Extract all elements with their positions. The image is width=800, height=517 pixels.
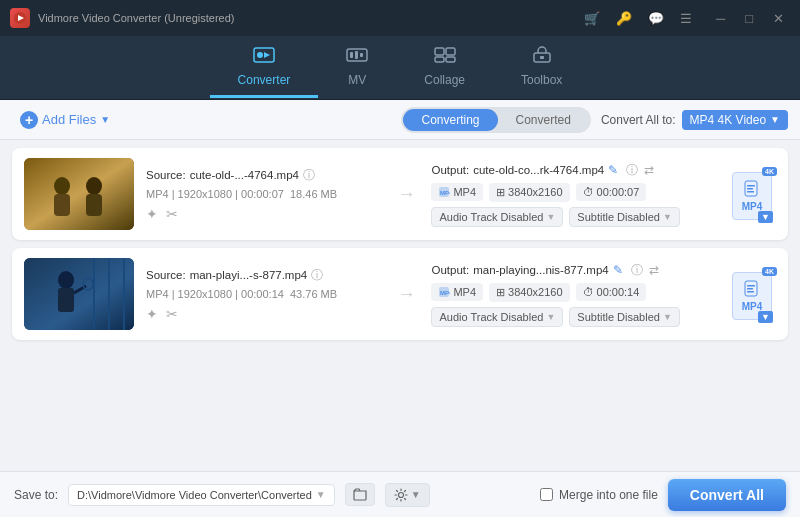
audio-track-dropdown-2[interactable]: Audio Track Disabled ▼ xyxy=(431,307,563,327)
edit-icon-1[interactable]: ✎ xyxy=(608,163,618,177)
star-icon-2[interactable]: ✦ xyxy=(146,306,158,322)
output-section-2: Output: man-playing...nis-877.mp4 ✎ ⓘ ⇄ … xyxy=(431,262,714,327)
output-format-badge-1: MP4 MP4 xyxy=(431,183,483,201)
svg-rect-38 xyxy=(747,288,753,290)
app-logo xyxy=(10,8,30,28)
subtitle-dropdown-1[interactable]: Subtitle Disabled ▼ xyxy=(569,207,679,227)
plus-icon: + xyxy=(20,111,38,129)
tab-toolbox-label: Toolbox xyxy=(521,73,562,87)
file-meta-2: MP4 | 1920x1080 | 00:00:14 43.76 MB xyxy=(146,288,381,300)
output-resolution-badge-2: ⊞ 3840x2160 xyxy=(489,283,569,302)
file-source-1: Source: cute-old-...-4764.mp4 ⓘ xyxy=(146,167,381,184)
format-thumb-inner-2: 4K MP4 ▼ xyxy=(732,272,772,320)
svg-rect-19 xyxy=(86,194,102,216)
thumb-dropdown-2[interactable]: ▼ xyxy=(758,311,773,323)
output-row2-2: Audio Track Disabled ▼ Subtitle Disabled… xyxy=(431,307,714,327)
file-card-1: Source: cute-old-...-4764.mp4 ⓘ MP4 | 19… xyxy=(12,148,788,240)
svg-rect-6 xyxy=(350,52,353,58)
browse-folder-button[interactable] xyxy=(345,483,375,506)
svg-rect-14 xyxy=(540,56,544,59)
svg-text:MP4: MP4 xyxy=(440,190,450,196)
audio-dd-arrow-2: ▼ xyxy=(546,312,555,322)
svg-rect-7 xyxy=(355,51,358,59)
chat-icon[interactable]: 💬 xyxy=(642,9,670,28)
save-path-input[interactable]: D:\Vidmore\Vidmore Video Converter\Conve… xyxy=(68,484,335,506)
toolbar: + Add Files ▼ Converting Converted Conve… xyxy=(0,100,800,140)
svg-rect-9 xyxy=(435,48,444,55)
file-size-1: 18.46 MB xyxy=(290,188,337,200)
file-format-1: MP4 xyxy=(146,188,169,200)
file-duration-1: 00:00:07 xyxy=(241,188,284,200)
convert-all-button[interactable]: Convert All xyxy=(668,479,786,511)
tab-collage[interactable]: Collage xyxy=(396,38,493,98)
svg-rect-17 xyxy=(54,194,70,216)
subtitle-dropdown-2[interactable]: Subtitle Disabled ▼ xyxy=(569,307,679,327)
svg-rect-12 xyxy=(446,57,455,62)
add-files-dropdown-arrow[interactable]: ▼ xyxy=(100,114,110,125)
output-info-icon-2[interactable]: ⓘ xyxy=(631,262,643,279)
audio-track-dropdown-1[interactable]: Audio Track Disabled ▼ xyxy=(431,207,563,227)
merge-checkbox-input[interactable] xyxy=(540,488,553,501)
svg-text:MP4: MP4 xyxy=(440,290,450,296)
file-meta-1: MP4 | 1920x1080 | 00:00:07 18.46 MB xyxy=(146,188,381,200)
source-label-1: Source: xyxy=(146,169,186,181)
maximize-button[interactable]: □ xyxy=(739,9,759,28)
file-card-2: Source: man-playi...-s-877.mp4 ⓘ MP4 | 1… xyxy=(12,248,788,340)
tab-mv[interactable]: MV xyxy=(318,38,396,98)
svg-rect-39 xyxy=(747,291,754,293)
save-path-dropdown-arrow[interactable]: ▼ xyxy=(316,489,326,500)
output-format-badge-2: MP4 MP4 xyxy=(431,283,483,301)
file-resolution-2: 1920x1080 xyxy=(178,288,232,300)
tab-collage-label: Collage xyxy=(424,73,465,87)
output-section-1: Output: cute-old-co...rk-4764.mp4 ✎ ⓘ ⇄ … xyxy=(431,162,714,227)
tab-converter[interactable]: Converter xyxy=(210,38,319,98)
output-controls-2: MP4 MP4 ⊞ 3840x2160 ⏱ 00:00:14 xyxy=(431,283,714,302)
status-tab-switch: Converting Converted xyxy=(401,107,590,133)
converted-tab[interactable]: Converted xyxy=(498,109,589,131)
bottom-bar: Save to: D:\Vidmore\Vidmore Video Conver… xyxy=(0,471,800,517)
merge-checkbox: Merge into one file xyxy=(540,488,658,502)
subtitle-dd-arrow-2: ▼ xyxy=(663,312,672,322)
converter-icon xyxy=(253,46,275,69)
edit-icon-2[interactable]: ✎ xyxy=(613,263,623,277)
tab-toolbox[interactable]: Toolbox xyxy=(493,38,590,98)
thumb-dropdown-1[interactable]: ▼ xyxy=(758,211,773,223)
key-icon[interactable]: 🔑 xyxy=(610,9,638,28)
output-info-icon-1[interactable]: ⓘ xyxy=(626,162,638,179)
svg-rect-8 xyxy=(360,53,363,57)
cut-icon-1[interactable]: ✂ xyxy=(166,206,178,222)
output-row2-1: Audio Track Disabled ▼ Subtitle Disabled… xyxy=(431,207,714,227)
svg-point-30 xyxy=(58,271,74,289)
file-resolution-1: 1920x1080 xyxy=(178,188,232,200)
tab-mv-label: MV xyxy=(348,73,366,87)
converting-tab[interactable]: Converting xyxy=(403,109,497,131)
svg-rect-37 xyxy=(747,285,755,287)
add-files-button[interactable]: + Add Files ▼ xyxy=(12,107,118,133)
file-list: Source: cute-old-...-4764.mp4 ⓘ MP4 | 19… xyxy=(0,140,800,471)
info-icon-2[interactable]: ⓘ xyxy=(311,267,323,284)
app-title: Vidmore Video Converter (Unregistered) xyxy=(38,12,578,24)
add-files-label: Add Files xyxy=(42,112,96,127)
format-thumb-1[interactable]: 4K MP4 ▼ xyxy=(732,172,776,216)
settings-icon-1[interactable]: ⇄ xyxy=(644,163,654,177)
close-button[interactable]: ✕ xyxy=(767,9,790,28)
file-thumb-1 xyxy=(24,158,134,230)
file-source-2: Source: man-playi...-s-877.mp4 ⓘ xyxy=(146,267,381,284)
settings-icon-2[interactable]: ⇄ xyxy=(649,263,659,277)
merge-checkbox-label[interactable]: Merge into one file xyxy=(559,488,658,502)
menu-icon[interactable]: ☰ xyxy=(674,9,698,28)
format-thumb-2[interactable]: 4K MP4 ▼ xyxy=(732,272,776,316)
convert-all-select[interactable]: MP4 4K Video ▼ xyxy=(682,110,788,130)
svg-rect-11 xyxy=(435,57,444,62)
output-source-1: Output: cute-old-co...rk-4764.mp4 ✎ ⓘ ⇄ xyxy=(431,162,714,179)
file-info-2: Source: man-playi...-s-877.mp4 ⓘ MP4 | 1… xyxy=(146,267,381,322)
minimize-button[interactable]: ─ xyxy=(710,9,731,28)
output-duration-badge-1: ⏱ 00:00:07 xyxy=(576,183,647,201)
cart-icon[interactable]: 🛒 xyxy=(578,9,606,28)
info-icon-1[interactable]: ⓘ xyxy=(303,167,315,184)
svg-rect-31 xyxy=(58,288,74,312)
star-icon-1[interactable]: ✦ xyxy=(146,206,158,222)
svg-rect-25 xyxy=(747,191,754,193)
settings-button[interactable]: ▼ xyxy=(385,483,430,507)
cut-icon-2[interactable]: ✂ xyxy=(166,306,178,322)
